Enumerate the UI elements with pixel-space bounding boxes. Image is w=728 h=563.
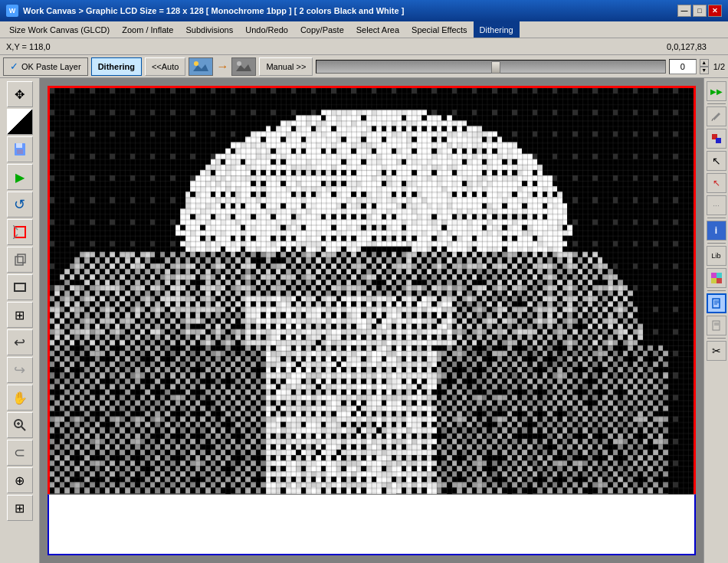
svg-rect-30 [713,321,720,330]
tool-save[interactable] [7,136,33,162]
maximize-button[interactable]: □ [693,5,707,17]
tool-cut-rect[interactable] [7,219,33,245]
left-toolbar: ✥ ◧ ▶ ↺ ⊞ ↩ ↪ ✋ ⊂ ⊕ ⊞ [0,78,40,563]
menu-copy-paste[interactable]: Copy/Paste [294,21,350,38]
svg-rect-24 [711,278,717,283]
rt-divider-5 [707,338,726,339]
ok-paste-layer-button[interactable]: ✓ OK Paste Layer [3,57,88,76]
app-icon: W [6,5,18,17]
tool-copy-area[interactable] [7,247,33,273]
btn-select-ptr2[interactable]: ↖ [707,173,726,193]
tool-zoom[interactable] [7,412,33,438]
coords-bar: X,Y = 118,0 0,0,127,83 [0,38,728,55]
svg-line-16 [21,427,25,430]
menu-zoom-inflate[interactable]: Zoom / Inflate [116,21,179,38]
tool-play[interactable]: ▶ [7,164,33,190]
right-toolbar: ▶▶ ↖ ↖ ··· i Lib ✂ [703,78,728,563]
btn-sparkle[interactable] [707,268,726,288]
dithering-button[interactable]: Dithering [91,57,142,76]
rt-divider-3 [707,243,726,244]
menu-dithering[interactable]: Dithering [474,21,520,38]
btn-pencil[interactable] [707,106,726,126]
btn-select-ptr[interactable]: ↖ [707,151,726,171]
svg-rect-8 [17,149,23,154]
threshold-spinner[interactable]: ▲ ▼ [700,59,709,74]
fraction-label: 1/2 [713,62,725,71]
close-button[interactable]: ✕ [708,5,722,17]
auto-button[interactable]: <<Auto [145,57,185,76]
title-controls: — □ ✕ [677,5,722,17]
tool-refresh[interactable]: ↺ [7,191,33,218]
menu-subdivisions[interactable]: Subdivisions [179,21,239,38]
title-text: Work Canvas > Graphic LCD Size = 128 x 1… [23,6,677,15]
svg-rect-14 [15,283,25,291]
btn-fast-forward[interactable]: ▶▶ [707,81,726,101]
svg-rect-25 [717,278,722,283]
coords-rect: 0,0,127,83 [667,42,707,51]
rt-divider-1 [707,103,726,104]
btn-lib[interactable]: Lib [707,246,726,266]
svg-rect-7 [16,143,22,148]
svg-line-19 [712,119,713,121]
tool-crosshair[interactable]: ⊕ [7,467,33,493]
tool-hand[interactable]: ✋ [7,385,33,411]
svg-rect-0 [190,59,212,74]
source-image-preview [189,57,213,76]
svg-rect-21 [716,138,721,143]
tool-rect[interactable] [7,274,33,300]
tool-grid[interactable]: ⊞ [7,302,33,328]
svg-point-5 [237,61,241,66]
main-area: ✥ ◧ ▶ ↺ ⊞ ↩ ↪ ✋ ⊂ ⊕ ⊞ ▶▶ [0,78,728,563]
menu-undo-redo[interactable]: Undo/Redo [239,21,294,38]
bottom-white-area [48,494,696,555]
svg-point-2 [194,61,198,66]
rt-divider-2 [707,218,726,218]
svg-rect-12 [15,257,23,265]
threshold-value: 0 [669,59,697,74]
toolbar-row: ✓ OK Paste Layer Dithering <<Auto → Manu… [0,55,728,78]
threshold-slider-area [316,60,665,74]
btn-info[interactable]: i [707,221,726,241]
svg-rect-22 [711,273,717,278]
svg-rect-23 [717,273,722,278]
btn-scissors[interactable]: ✂ [707,341,726,361]
menu-size-work-canvas[interactable]: Size Work Canvas (GLCD) [3,21,116,38]
main-canvas[interactable] [50,88,694,553]
spin-down[interactable]: ▼ [700,67,709,74]
menu-bar: Size Work Canvas (GLCD) Zoom / Inflate S… [0,21,728,38]
tool-move[interactable]: ✥ [7,81,33,107]
btn-page2[interactable] [707,316,726,336]
tool-grid2[interactable]: ⊞ [7,495,33,521]
threshold-slider[interactable] [316,60,665,74]
coords-xy: X,Y = 118,0 [6,42,667,51]
btn-active-page[interactable] [707,293,726,313]
tool-undo[interactable]: ↩ [7,329,33,355]
svg-rect-3 [233,59,254,74]
dest-image-preview [231,57,256,76]
title-bar: W Work Canvas > Graphic LCD Size = 128 x… [0,0,728,21]
tool-colors[interactable]: ◧ [7,109,33,135]
btn-color-swap[interactable] [707,129,726,149]
arrow-icon: → [216,60,228,74]
menu-special-effects[interactable]: Special Effects [405,21,474,38]
svg-rect-26 [713,299,720,308]
svg-rect-13 [18,254,25,263]
tool-redo[interactable]: ↪ [7,357,33,383]
tool-lasso[interactable]: ⊂ [7,440,33,466]
canvas-wrapper [48,86,696,555]
menu-select-area[interactable]: Select Area [350,21,405,38]
rt-divider-4 [707,290,726,291]
canvas-area [40,78,703,563]
btn-dots[interactable]: ··· [707,195,726,215]
minimize-button[interactable]: — [677,5,691,17]
manual-button[interactable]: Manual >> [259,57,313,76]
spin-up[interactable]: ▲ [700,59,709,67]
